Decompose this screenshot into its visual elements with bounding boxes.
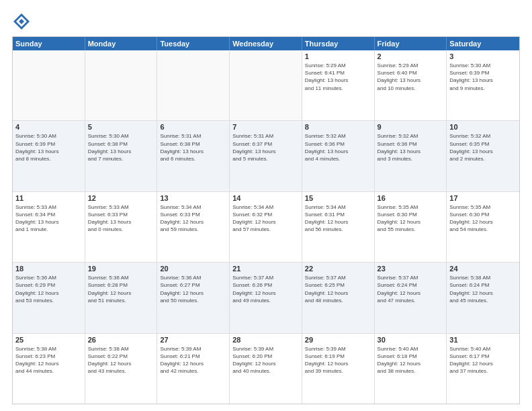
day-info: Sunrise: 5:39 AM Sunset: 6:20 PM Dayligh… bbox=[232, 345, 299, 375]
day-info: Sunrise: 5:33 AM Sunset: 6:33 PM Dayligh… bbox=[88, 203, 154, 234]
day-cell-13: 13Sunrise: 5:34 AM Sunset: 6:33 PM Dayli… bbox=[157, 192, 230, 262]
day-info: Sunrise: 5:34 AM Sunset: 6:33 PM Dayligh… bbox=[160, 203, 226, 234]
calendar: SundayMondayTuesdayWednesdayThursdayFrid… bbox=[12, 36, 520, 404]
calendar-week-5: 25Sunrise: 5:38 AM Sunset: 6:23 PM Dayli… bbox=[13, 334, 519, 404]
day-number: 8 bbox=[305, 123, 371, 131]
day-cell-11: 11Sunrise: 5:33 AM Sunset: 6:34 PM Dayli… bbox=[13, 192, 85, 262]
day-info: Sunrise: 5:36 AM Sunset: 6:29 PM Dayligh… bbox=[15, 274, 82, 304]
day-info: Sunrise: 5:31 AM Sunset: 6:38 PM Dayligh… bbox=[160, 132, 226, 163]
day-number: 1 bbox=[305, 52, 371, 60]
day-cell-30: 30Sunrise: 5:40 AM Sunset: 6:18 PM Dayli… bbox=[375, 334, 447, 404]
day-number: 26 bbox=[88, 336, 154, 344]
day-cell-3: 3Sunrise: 5:30 AM Sunset: 6:39 PM Daylig… bbox=[447, 50, 519, 120]
page-header bbox=[12, 12, 520, 31]
calendar-header: SundayMondayTuesdayWednesdayThursdayFrid… bbox=[13, 37, 519, 50]
day-number: 4 bbox=[15, 123, 82, 131]
day-info: Sunrise: 5:32 AM Sunset: 6:36 PM Dayligh… bbox=[378, 132, 444, 163]
logo-icon bbox=[12, 12, 31, 31]
day-info: Sunrise: 5:32 AM Sunset: 6:36 PM Dayligh… bbox=[305, 132, 371, 163]
calendar-page: SundayMondayTuesdayWednesdayThursdayFrid… bbox=[0, 0, 532, 411]
day-number: 17 bbox=[449, 194, 517, 202]
day-info: Sunrise: 5:31 AM Sunset: 6:37 PM Dayligh… bbox=[232, 132, 299, 163]
day-number: 12 bbox=[88, 194, 154, 202]
day-cell-8: 8Sunrise: 5:32 AM Sunset: 6:36 PM Daylig… bbox=[302, 121, 375, 191]
day-number: 15 bbox=[305, 194, 371, 202]
day-info: Sunrise: 5:29 AM Sunset: 6:41 PM Dayligh… bbox=[305, 62, 371, 92]
day-number: 30 bbox=[378, 336, 444, 344]
day-info: Sunrise: 5:40 AM Sunset: 6:18 PM Dayligh… bbox=[378, 345, 444, 375]
day-cell-17: 17Sunrise: 5:35 AM Sunset: 6:30 PM Dayli… bbox=[447, 192, 519, 262]
calendar-body: 1Sunrise: 5:29 AM Sunset: 6:41 PM Daylig… bbox=[13, 50, 519, 404]
day-header-friday: Friday bbox=[375, 37, 447, 50]
day-info: Sunrise: 5:33 AM Sunset: 6:34 PM Dayligh… bbox=[15, 203, 82, 234]
calendar-week-3: 11Sunrise: 5:33 AM Sunset: 6:34 PM Dayli… bbox=[13, 192, 519, 263]
day-cell-21: 21Sunrise: 5:37 AM Sunset: 6:26 PM Dayli… bbox=[230, 263, 302, 332]
day-info: Sunrise: 5:35 AM Sunset: 6:30 PM Dayligh… bbox=[378, 203, 444, 234]
day-number: 6 bbox=[160, 123, 226, 131]
day-cell-4: 4Sunrise: 5:30 AM Sunset: 6:39 PM Daylig… bbox=[13, 121, 85, 191]
day-number: 11 bbox=[15, 194, 82, 202]
day-info: Sunrise: 5:30 AM Sunset: 6:39 PM Dayligh… bbox=[15, 132, 82, 163]
day-cell-24: 24Sunrise: 5:38 AM Sunset: 6:24 PM Dayli… bbox=[447, 263, 519, 332]
day-cell-20: 20Sunrise: 5:36 AM Sunset: 6:27 PM Dayli… bbox=[157, 263, 230, 332]
day-number: 21 bbox=[232, 265, 299, 273]
day-info: Sunrise: 5:29 AM Sunset: 6:40 PM Dayligh… bbox=[378, 62, 444, 92]
day-number: 13 bbox=[160, 194, 226, 202]
day-info: Sunrise: 5:36 AM Sunset: 6:28 PM Dayligh… bbox=[88, 274, 154, 304]
empty-cell bbox=[85, 50, 158, 120]
day-number: 25 bbox=[15, 336, 82, 344]
day-number: 20 bbox=[160, 265, 226, 273]
day-cell-5: 5Sunrise: 5:30 AM Sunset: 6:38 PM Daylig… bbox=[85, 121, 158, 191]
day-info: Sunrise: 5:37 AM Sunset: 6:26 PM Dayligh… bbox=[232, 274, 299, 304]
day-number: 23 bbox=[378, 265, 444, 273]
day-info: Sunrise: 5:39 AM Sunset: 6:21 PM Dayligh… bbox=[160, 345, 226, 375]
day-cell-1: 1Sunrise: 5:29 AM Sunset: 6:41 PM Daylig… bbox=[302, 50, 375, 120]
day-info: Sunrise: 5:37 AM Sunset: 6:25 PM Dayligh… bbox=[305, 274, 371, 304]
day-number: 16 bbox=[378, 194, 444, 202]
day-number: 2 bbox=[378, 52, 444, 60]
day-number: 7 bbox=[232, 123, 299, 131]
day-cell-6: 6Sunrise: 5:31 AM Sunset: 6:38 PM Daylig… bbox=[157, 121, 230, 191]
day-info: Sunrise: 5:30 AM Sunset: 6:38 PM Dayligh… bbox=[88, 132, 154, 163]
day-info: Sunrise: 5:34 AM Sunset: 6:32 PM Dayligh… bbox=[232, 203, 299, 234]
day-header-thursday: Thursday bbox=[302, 37, 375, 50]
day-cell-19: 19Sunrise: 5:36 AM Sunset: 6:28 PM Dayli… bbox=[85, 263, 158, 332]
day-cell-7: 7Sunrise: 5:31 AM Sunset: 6:37 PM Daylig… bbox=[230, 121, 302, 191]
calendar-week-2: 4Sunrise: 5:30 AM Sunset: 6:39 PM Daylig… bbox=[13, 121, 519, 191]
empty-cell bbox=[157, 50, 230, 120]
day-cell-12: 12Sunrise: 5:33 AM Sunset: 6:33 PM Dayli… bbox=[85, 192, 158, 262]
day-info: Sunrise: 5:36 AM Sunset: 6:27 PM Dayligh… bbox=[160, 274, 226, 304]
day-cell-26: 26Sunrise: 5:38 AM Sunset: 6:22 PM Dayli… bbox=[85, 334, 158, 404]
day-cell-2: 2Sunrise: 5:29 AM Sunset: 6:40 PM Daylig… bbox=[375, 50, 447, 120]
calendar-week-1: 1Sunrise: 5:29 AM Sunset: 6:41 PM Daylig… bbox=[13, 50, 519, 121]
day-cell-9: 9Sunrise: 5:32 AM Sunset: 6:36 PM Daylig… bbox=[375, 121, 447, 191]
empty-cell bbox=[13, 50, 85, 120]
day-number: 9 bbox=[378, 123, 444, 131]
day-number: 14 bbox=[232, 194, 299, 202]
day-info: Sunrise: 5:38 AM Sunset: 6:23 PM Dayligh… bbox=[15, 345, 82, 375]
day-cell-28: 28Sunrise: 5:39 AM Sunset: 6:20 PM Dayli… bbox=[230, 334, 302, 404]
day-info: Sunrise: 5:34 AM Sunset: 6:31 PM Dayligh… bbox=[305, 203, 371, 234]
day-number: 10 bbox=[449, 123, 517, 131]
day-number: 24 bbox=[449, 265, 517, 273]
day-info: Sunrise: 5:37 AM Sunset: 6:24 PM Dayligh… bbox=[378, 274, 444, 304]
day-header-monday: Monday bbox=[85, 37, 158, 50]
day-number: 31 bbox=[449, 336, 517, 344]
day-cell-15: 15Sunrise: 5:34 AM Sunset: 6:31 PM Dayli… bbox=[302, 192, 375, 262]
day-number: 28 bbox=[232, 336, 299, 344]
empty-cell bbox=[230, 50, 302, 120]
day-number: 29 bbox=[305, 336, 371, 344]
logo bbox=[12, 12, 34, 31]
day-header-tuesday: Tuesday bbox=[157, 37, 230, 50]
day-number: 22 bbox=[305, 265, 371, 273]
day-number: 27 bbox=[160, 336, 226, 344]
day-cell-25: 25Sunrise: 5:38 AM Sunset: 6:23 PM Dayli… bbox=[13, 334, 85, 404]
day-cell-16: 16Sunrise: 5:35 AM Sunset: 6:30 PM Dayli… bbox=[375, 192, 447, 262]
day-header-wednesday: Wednesday bbox=[230, 37, 302, 50]
day-cell-27: 27Sunrise: 5:39 AM Sunset: 6:21 PM Dayli… bbox=[157, 334, 230, 404]
day-info: Sunrise: 5:35 AM Sunset: 6:30 PM Dayligh… bbox=[449, 203, 517, 234]
day-cell-10: 10Sunrise: 5:32 AM Sunset: 6:35 PM Dayli… bbox=[447, 121, 519, 191]
day-info: Sunrise: 5:30 AM Sunset: 6:39 PM Dayligh… bbox=[449, 62, 517, 92]
day-cell-14: 14Sunrise: 5:34 AM Sunset: 6:32 PM Dayli… bbox=[230, 192, 302, 262]
day-number: 3 bbox=[449, 52, 517, 60]
